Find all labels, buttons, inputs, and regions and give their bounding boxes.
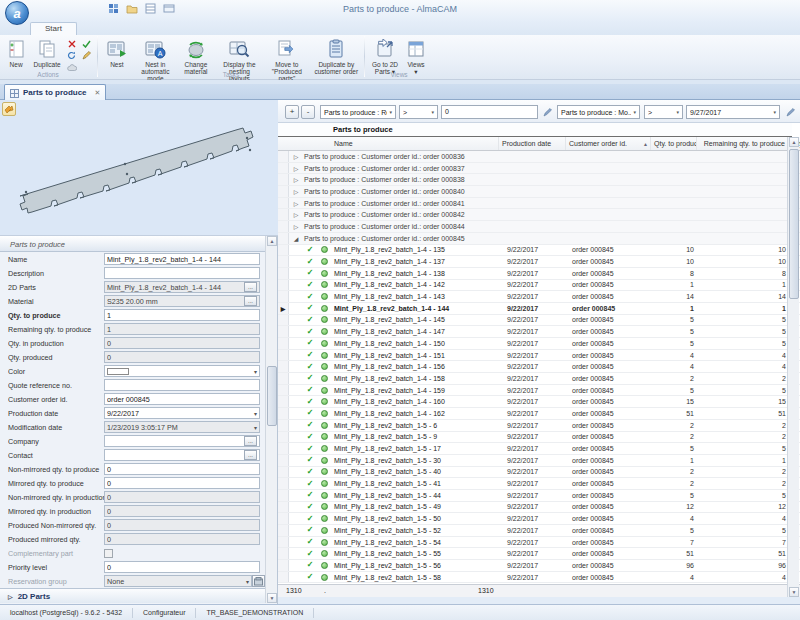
column-header-customer-order[interactable]: Customer order id.▲ <box>566 137 651 150</box>
2d-parts-field[interactable]: Mint_Ply_1.8_rev2_batch_1-4 - 144... <box>104 281 260 293</box>
tab-start[interactable]: Start <box>30 22 77 35</box>
scroll-down-icon[interactable]: ▼ <box>267 593 277 603</box>
non-mirrored-qty-to-produce-field[interactable]: 0 <box>104 463 260 475</box>
row-selector-cell[interactable] <box>278 350 289 361</box>
row-selector-cell[interactable] <box>278 478 289 489</box>
scroll-thumb[interactable] <box>789 149 799 299</box>
mirrored-qty-in-production-field[interactable]: 0 <box>104 505 260 517</box>
row-selector-cell[interactable] <box>278 280 289 291</box>
qty-produced-field[interactable]: 0 <box>104 351 260 363</box>
delete-icon[interactable] <box>64 38 79 49</box>
row-selector-cell[interactable] <box>278 548 289 559</box>
contact-field[interactable]: ... <box>104 449 260 461</box>
group-row[interactable]: ▷Parts to produce : Customer order id.: … <box>278 221 800 233</box>
properties-scrollbar[interactable]: ▲ ▼ <box>265 236 277 603</box>
add-filter-button[interactable]: + <box>285 105 299 119</box>
part-row[interactable]: ✓Mint_Ply_1.8_rev2_batch_1-5 - 69/22/201… <box>278 420 800 432</box>
group-row[interactable]: ▷Parts to produce : Customer order id.: … <box>278 174 800 186</box>
refresh-icon[interactable] <box>64 50 79 61</box>
row-selector-cell[interactable] <box>278 396 289 407</box>
group-row[interactable]: ▷Parts to produce : Customer order id.: … <box>278 163 800 175</box>
row-selector-cell[interactable]: ▶ <box>278 303 289 314</box>
group-row[interactable]: ▷Parts to produce : Customer order id.: … <box>278 151 800 163</box>
part-row[interactable]: ✓Mint_Ply_1.8_rev2_batch_1-4 - 1439/22/2… <box>278 291 800 303</box>
production-date-field[interactable]: 9/22/2017▾ <box>104 407 260 419</box>
part-row[interactable]: ✓Mint_Ply_1.8_rev2_batch_1-4 - 1519/22/2… <box>278 350 800 362</box>
part-row[interactable]: ✓Mint_Ply_1.8_rev2_batch_1-4 - 1459/22/2… <box>278 315 800 327</box>
table-scrollbar[interactable]: ▲ ▼ <box>787 137 799 597</box>
row-selector-cell[interactable] <box>278 560 289 571</box>
column-header-qty[interactable]: Qty. to produce <box>651 137 697 150</box>
color-field[interactable]: ▾ <box>104 365 260 377</box>
row-selector-cell[interactable] <box>278 432 289 443</box>
row-selector-cell[interactable] <box>278 315 289 326</box>
part-row[interactable]: ✓Mint_Ply_1.8_rev2_batch_1-4 - 1509/22/2… <box>278 338 800 350</box>
part-row[interactable]: ✓Mint_Ply_1.8_rev2_batch_1-5 - 509/22/20… <box>278 513 800 525</box>
section-2d-parts[interactable]: ▷2D Parts <box>0 588 265 603</box>
qty-in-production-field[interactable]: 0 <box>104 337 260 349</box>
remaining-qty-to-produce-field[interactable]: 1 <box>104 323 260 335</box>
group-collapsed-icon[interactable]: ▷ <box>289 221 303 232</box>
produced-non-mirrored-qty-field[interactable]: 0 <box>104 519 260 531</box>
scroll-up-icon[interactable]: ▲ <box>267 236 277 246</box>
group-expanded-icon[interactable]: ◢ <box>289 233 303 244</box>
preview-options-button[interactable] <box>2 102 16 116</box>
remove-filter-button[interactable]: - <box>301 105 315 119</box>
row-selector-cell[interactable] <box>278 537 289 548</box>
row-selector-cell[interactable] <box>278 513 289 524</box>
chevron-down-icon[interactable]: ▾ <box>246 578 249 585</box>
group-row[interactable]: ◢Parts to produce : Customer order id.: … <box>278 233 800 245</box>
row-selector-cell[interactable] <box>278 525 289 536</box>
part-row[interactable]: ✓Mint_Ply_1.8_rev2_batch_1-5 - 99/22/201… <box>278 432 800 444</box>
part-row[interactable]: ✓Mint_Ply_1.8_rev2_batch_1-5 - 409/22/20… <box>278 467 800 479</box>
name-field[interactable]: Mint_Ply_1.8_rev2_batch_1-4 - 144 <box>104 253 260 265</box>
part-row[interactable]: ✓Mint_Ply_1.8_rev2_batch_1-4 - 1389/22/2… <box>278 268 800 280</box>
complementary-part-checkbox[interactable] <box>104 549 113 558</box>
qty-to-produce-field[interactable]: 1 <box>104 309 260 321</box>
close-icon[interactable]: ✕ <box>95 89 101 97</box>
mirrored-qty-to-produce-field[interactable]: 0 <box>104 477 260 489</box>
part-row[interactable]: ▶✓Mint_Ply_1.8_rev2_batch_1-4 - 1449/22/… <box>278 303 800 315</box>
part-row[interactable]: ✓Mint_Ply_1.8_rev2_batch_1-5 - 499/22/20… <box>278 502 800 514</box>
description-field[interactable] <box>104 267 260 279</box>
nest-button[interactable]: Nest <box>101 36 133 70</box>
part-row[interactable]: ✓Mint_Ply_1.8_rev2_batch_1-5 - 449/22/20… <box>278 490 800 502</box>
row-selector-cell[interactable] <box>278 490 289 501</box>
part-row[interactable]: ✓Mint_Ply_1.8_rev2_batch_1-5 - 589/22/20… <box>278 572 800 584</box>
new-button[interactable]: New <box>2 36 30 70</box>
filter-field-1-combo[interactable]: Parts to produce : Re...▾ <box>320 105 396 119</box>
row-selector-cell[interactable] <box>278 572 289 583</box>
row-selector-cell[interactable] <box>278 291 289 302</box>
row-selector-cell[interactable] <box>278 455 289 466</box>
part-row[interactable]: ✓Mint_Ply_1.8_rev2_batch_1-4 - 1629/22/2… <box>278 408 800 420</box>
row-selector-cell[interactable] <box>278 245 289 256</box>
group-row[interactable]: ▷Parts to produce : Customer order id.: … <box>278 209 800 221</box>
chevron-down-icon[interactable]: ▾ <box>254 410 257 417</box>
group-collapsed-icon[interactable]: ▷ <box>289 198 303 209</box>
column-header-name[interactable]: Name <box>331 137 499 150</box>
duplicate-button[interactable]: Duplicate <box>30 36 64 70</box>
ellipsis-button[interactable]: ... <box>244 450 257 460</box>
part-row[interactable]: ✓Mint_Ply_1.8_rev2_batch_1-5 - 569/22/20… <box>278 560 800 572</box>
row-selector-cell[interactable] <box>278 268 289 279</box>
part-row[interactable]: ✓Mint_Ply_1.8_rev2_batch_1-4 - 1609/22/2… <box>278 396 800 408</box>
part-row[interactable]: ✓Mint_Ply_1.8_rev2_batch_1-5 - 309/22/20… <box>278 455 800 467</box>
company-field[interactable]: ... <box>104 435 260 447</box>
row-selector-cell[interactable] <box>278 443 289 454</box>
group-collapsed-icon[interactable]: ▷ <box>289 151 303 162</box>
ellipsis-button[interactable]: ... <box>244 282 257 292</box>
reservation-group-field[interactable]: None▾ <box>104 575 252 587</box>
row-selector-cell[interactable] <box>278 373 289 384</box>
part-row[interactable]: ✓Mint_Ply_1.8_rev2_batch_1-5 - 529/22/20… <box>278 525 800 537</box>
priority-level-field[interactable]: 0 <box>104 561 260 573</box>
non-mirrored-qty-in-production-field[interactable]: 0 <box>104 491 260 503</box>
row-selector-cell[interactable] <box>278 408 289 419</box>
row-selector-cell[interactable] <box>278 420 289 431</box>
edit-filter-2-icon[interactable] <box>784 106 796 118</box>
group-collapsed-icon[interactable]: ▷ <box>289 163 303 174</box>
filter-operator-1-combo[interactable]: >▾ <box>399 105 438 119</box>
material-field[interactable]: S235 20.00 mm... <box>104 295 260 307</box>
ellipsis-button[interactable]: ... <box>244 296 257 306</box>
filter-field-2-combo[interactable]: Parts to produce : Mo...▾ <box>557 105 640 119</box>
column-header-production-date[interactable]: Production date <box>499 137 566 150</box>
